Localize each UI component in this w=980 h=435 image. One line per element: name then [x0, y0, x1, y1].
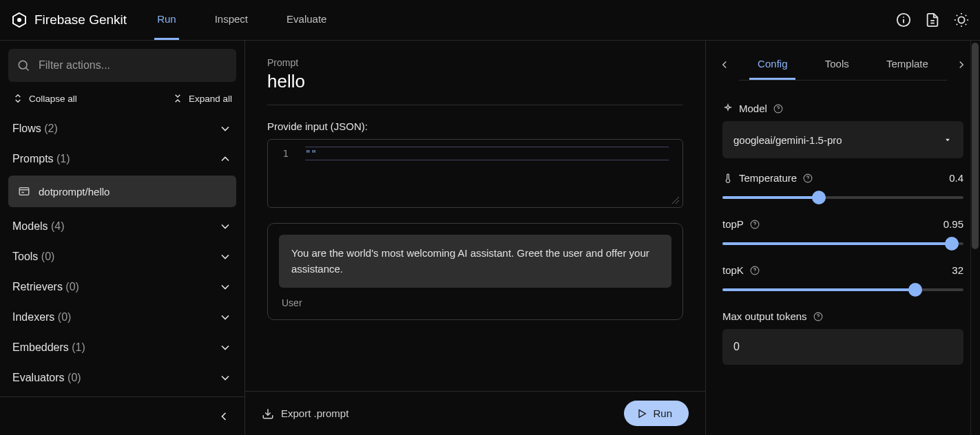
svg-line-11	[966, 24, 966, 25]
theme-toggle-icon[interactable]	[954, 12, 969, 28]
expand-icon	[172, 93, 183, 104]
export-prompt-button[interactable]: Export .prompt	[262, 407, 348, 420]
section-embedders[interactable]: Embedders (1)	[8, 332, 236, 363]
svg-line-14	[957, 24, 957, 25]
section-tools-label: Tools	[12, 251, 38, 262]
section-prompts[interactable]: Prompts (1)	[8, 144, 236, 174]
section-models-count: (4)	[51, 220, 65, 232]
rtab-template[interactable]: Template	[878, 49, 937, 80]
play-icon	[636, 408, 647, 419]
prompt-message-role: User	[279, 297, 671, 308]
section-flows[interactable]: Flows (2)	[8, 114, 236, 144]
max-tokens-label: Max output tokens	[722, 310, 807, 322]
svg-point-4	[903, 17, 904, 18]
brand-title: Firebase Genkit	[34, 12, 127, 28]
sidebar-collapse-button[interactable]	[217, 410, 231, 423]
brand-logo-icon	[11, 12, 28, 28]
export-prompt-label: Export .prompt	[281, 407, 348, 419]
expand-all-label: Expand all	[189, 94, 232, 104]
main-footer: Export .prompt Run	[245, 391, 705, 435]
rtab-tools[interactable]: Tools	[817, 49, 857, 80]
top-k-slider[interactable]	[722, 283, 963, 297]
input-json-label: Provide input (JSON):	[267, 120, 683, 132]
section-prompts-label: Prompts	[12, 153, 54, 165]
temperature-label: Temperature	[739, 172, 797, 184]
sidebar-item-label: dotprompt/hello	[39, 186, 110, 198]
svg-rect-18	[19, 188, 29, 195]
prompt-message-body: You are the world's most welcoming AI as…	[279, 235, 671, 288]
filter-actions-field[interactable]	[8, 49, 236, 82]
chevron-down-icon	[218, 280, 232, 294]
section-retrievers[interactable]: Retrievers (0)	[8, 272, 236, 302]
collapse-expand-row: Collapse all Expand all	[8, 90, 236, 114]
thermometer-icon	[722, 173, 733, 184]
rtab-config[interactable]: Config	[749, 49, 795, 80]
brand: Firebase Genkit	[11, 12, 127, 28]
section-retrievers-label: Retrievers	[12, 281, 63, 293]
top-p-slider[interactable]	[722, 237, 963, 251]
document-icon[interactable]	[925, 12, 940, 28]
collapse-icon	[12, 93, 23, 104]
model-select[interactable]: googleai/gemini-1.5-pro	[722, 121, 963, 158]
section-indexers-count: (0)	[58, 311, 72, 323]
svg-point-16	[19, 61, 27, 69]
svg-marker-24	[639, 410, 645, 417]
tab-run[interactable]: Run	[154, 0, 179, 40]
run-button[interactable]: Run	[624, 401, 689, 426]
breadcrumb: Prompt	[267, 57, 683, 68]
prompt-message-card: You are the world's most welcoming AI as…	[267, 223, 683, 320]
tabs-scroll-right[interactable]	[952, 56, 970, 74]
expand-all-button[interactable]: Expand all	[172, 93, 232, 104]
svg-point-31	[754, 226, 755, 226]
help-icon[interactable]	[749, 219, 760, 230]
svg-line-17	[26, 68, 29, 71]
svg-line-15	[966, 15, 966, 16]
chevron-up-icon	[218, 152, 232, 166]
temperature-slider[interactable]	[722, 191, 963, 204]
help-icon[interactable]	[802, 173, 813, 184]
top-p-label: topP	[722, 218, 744, 230]
chevron-down-icon	[218, 250, 232, 264]
code-line-number: 1	[268, 148, 293, 159]
svg-point-35	[817, 318, 818, 319]
tabs-scroll-left[interactable]	[716, 56, 733, 74]
collapse-all-button[interactable]: Collapse all	[12, 93, 77, 104]
chevron-down-icon	[218, 341, 232, 354]
svg-line-21	[672, 197, 679, 204]
section-tools[interactable]: Tools (0)	[8, 242, 236, 272]
topbar-actions	[896, 12, 969, 28]
code-content[interactable]: ""	[305, 147, 669, 160]
sidebar: Collapse all Expand all Flows (2) Prompt…	[0, 41, 245, 435]
json-input-editor[interactable]: 1 ""	[267, 139, 683, 208]
section-embedders-label: Embedders	[12, 341, 69, 353]
section-models[interactable]: Models (4)	[8, 211, 236, 242]
svg-point-1	[17, 18, 21, 22]
sidebar-footer	[0, 396, 244, 435]
sparkle-icon	[722, 103, 733, 114]
tab-inspect[interactable]: Inspect	[212, 0, 251, 40]
run-button-label: Run	[653, 407, 672, 419]
tab-evaluate[interactable]: Evaluate	[284, 0, 329, 40]
section-tools-count: (0)	[41, 251, 55, 262]
resize-handle-icon[interactable]	[670, 195, 680, 204]
top-p-value: 0.95	[943, 218, 963, 230]
max-tokens-input[interactable]	[722, 329, 963, 365]
filter-actions-input[interactable]	[39, 59, 228, 72]
help-icon[interactable]	[813, 311, 824, 322]
chevron-down-icon	[218, 371, 232, 385]
section-retrievers-count: (0)	[65, 281, 79, 293]
svg-line-22	[676, 200, 679, 204]
top-k-label: topK	[722, 264, 744, 276]
collapse-all-label: Collapse all	[29, 94, 77, 104]
scrollbar-thumb[interactable]	[972, 43, 979, 249]
dropdown-arrow-icon	[943, 135, 952, 145]
top-nav-tabs: Run Inspect Evaluate	[154, 0, 329, 40]
model-select-value: googleai/gemini-1.5-pro	[733, 134, 842, 146]
config-tabs: Config Tools Template	[739, 49, 947, 81]
section-indexers[interactable]: Indexers (0)	[8, 302, 236, 332]
help-icon[interactable]	[749, 265, 760, 276]
sidebar-item-dotprompt-hello[interactable]: dotprompt/hello	[8, 176, 236, 207]
info-icon[interactable]	[896, 12, 911, 28]
section-evaluators[interactable]: Evaluators (0)	[8, 363, 236, 393]
help-icon[interactable]	[773, 103, 784, 114]
